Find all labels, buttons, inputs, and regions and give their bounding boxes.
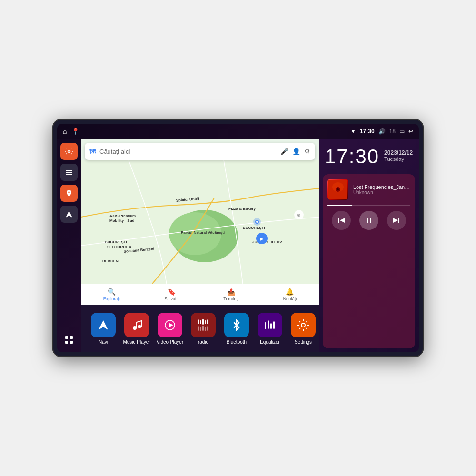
clock-date-value: 2023/12/12 [384,149,413,156]
mic-icon[interactable]: 🎤 [280,148,288,155]
map-container[interactable]: Splaiul Unirii Șoseaua Berceni AXIS Prem… [81,139,319,305]
svg-text:BUCUREȘTI: BUCUREȘTI [243,226,265,230]
wifi-icon: ▼ [350,128,356,135]
home-icon[interactable]: ⌂ [63,128,67,135]
svg-rect-56 [367,218,368,223]
map-nav-saved[interactable]: 🔖 Salvate [165,288,179,301]
pause-button[interactable] [359,211,378,230]
next-button[interactable] [387,211,406,230]
svg-rect-46 [273,321,275,329]
main-content: Splaiul Unirii Șoseaua Berceni AXIS Prem… [57,139,419,352]
svg-rect-44 [268,320,269,329]
svg-point-25 [256,221,258,223]
svg-rect-42 [207,326,208,331]
svg-rect-37 [207,319,208,324]
search-placeholder: Căutați aici [99,148,277,155]
map-nav-news[interactable]: 🔔 Noutăți [283,288,297,301]
radio-icon [191,313,216,337]
share-icon: 📤 [227,288,235,296]
device: ⌂ 📍 ▼ 17:30 🔊 18 ▭ ↩ [52,119,424,357]
map-nav-share[interactable]: 📤 Trimiteți [223,288,238,301]
svg-rect-41 [205,327,206,331]
sidebar-nav[interactable] [60,206,78,223]
bluetooth-icon [224,313,249,337]
svg-rect-1 [66,170,72,171]
svg-point-55 [337,188,339,190]
clock-display: 17:30 [325,147,379,167]
svg-rect-2 [66,172,72,173]
app-video-player[interactable]: Video Player [153,313,187,345]
status-bar: ⌂ 📍 ▼ 17:30 🔊 18 ▭ ↩ [57,124,419,139]
svg-rect-7 [65,341,68,344]
clock-date: 2023/12/12 Tuesday [384,147,413,162]
radio-label: radio [198,339,208,345]
status-time: 17:30 [360,128,375,135]
app-settings[interactable]: Settings [287,313,319,345]
equalizer-icon [258,313,282,337]
battery-level: 18 [389,128,396,135]
svg-text:▶: ▶ [260,236,264,241]
volume-icon: 🔊 [378,128,386,135]
music-info: Lost Frequencies_Janie... Unknown [327,179,410,200]
svg-rect-6 [70,336,73,339]
app-dock: Navi Music Player [81,305,319,352]
svg-point-30 [133,326,137,330]
svg-rect-34 [200,320,201,324]
apps-grid-button[interactable] [60,331,78,348]
sidebar-files[interactable] [60,164,78,181]
map-nav-explore[interactable]: 🔍 Explorați [103,288,120,301]
back-icon[interactable]: ↩ [408,128,413,135]
screen: ⌂ 📍 ▼ 17:30 🔊 18 ▭ ↩ [57,124,419,352]
app-navi[interactable]: Navi [87,313,120,345]
right-panel: 17:30 2023/12/12 Tuesday [319,139,419,352]
left-sidebar [57,139,81,352]
album-art [327,179,348,200]
music-widget: Lost Frequencies_Janie... Unknown [323,174,415,348]
svg-rect-38 [198,326,199,331]
video-player-icon [158,313,182,337]
account-icon[interactable]: 👤 [292,148,300,155]
sidebar-location[interactable] [60,185,78,202]
svg-text:BERCENI: BERCENI [102,259,119,263]
svg-rect-45 [270,323,272,329]
svg-rect-36 [205,320,206,324]
app-music-player[interactable]: Music Player [120,313,153,345]
svg-point-0 [68,150,70,153]
saved-icon: 🔖 [168,288,176,296]
navi-icon [91,313,116,337]
svg-point-4 [68,191,70,193]
svg-rect-57 [370,218,371,223]
app-equalizer[interactable]: Equalizer [253,313,287,345]
svg-text:Pizza & Bakery: Pizza & Bakery [228,207,256,211]
map-nav-bottom: 🔍 Explorați 🔖 Salvate 📤 Trimiteți � [81,284,319,305]
clock-widget: 17:30 2023/12/12 Tuesday [319,139,419,172]
svg-rect-5 [65,336,68,339]
settings-label: Settings [295,339,312,345]
navi-label: Navi [99,339,108,345]
svg-rect-3 [66,174,72,175]
music-progress-bar[interactable] [327,205,410,206]
sidebar-settings[interactable] [60,143,78,160]
status-left: ⌂ 📍 [63,128,79,135]
music-artist: Unknown [353,190,410,195]
bluetooth-label: Bluetooth [227,339,247,345]
equalizer-label: Equalizer [260,339,280,345]
map-icon[interactable]: 📍 [71,128,79,135]
svg-point-31 [138,325,141,328]
app-bluetooth[interactable]: Bluetooth [220,313,253,345]
saved-label: Salvate [165,297,179,301]
more-icon[interactable]: ⚙ [304,148,310,155]
news-label: Noutăți [283,297,297,301]
svg-text:SECTORUL 4: SECTORUL 4 [107,245,131,249]
status-right: ▼ 17:30 🔊 18 ▭ ↩ [350,128,413,135]
svg-rect-43 [265,322,266,329]
map-search-bar[interactable]: 🗺 Căutați aici 🎤 👤 ⚙ [85,143,315,160]
app-radio[interactable]: radio [187,313,220,345]
prev-button[interactable] [332,211,351,230]
share-label: Trimiteți [223,297,238,301]
svg-point-47 [301,323,305,327]
music-title: Lost Frequencies_Janie... [353,184,410,190]
settings-icon [291,313,316,337]
clock-time: 17:30 [325,147,379,167]
svg-text:⊕: ⊕ [297,213,301,218]
